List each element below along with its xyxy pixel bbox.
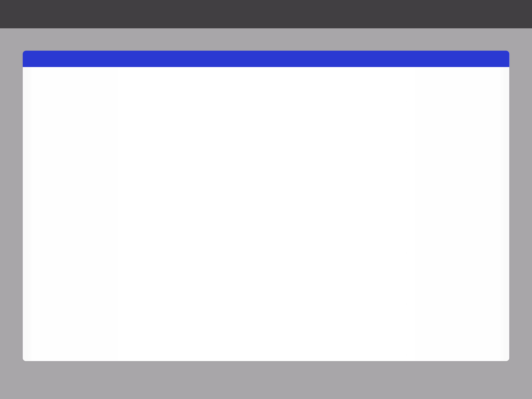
card-header: [23, 51, 509, 67]
top-bar: [0, 0, 532, 28]
card-body: [23, 67, 509, 361]
main-card: [23, 51, 509, 361]
content-wrapper: [0, 28, 532, 361]
